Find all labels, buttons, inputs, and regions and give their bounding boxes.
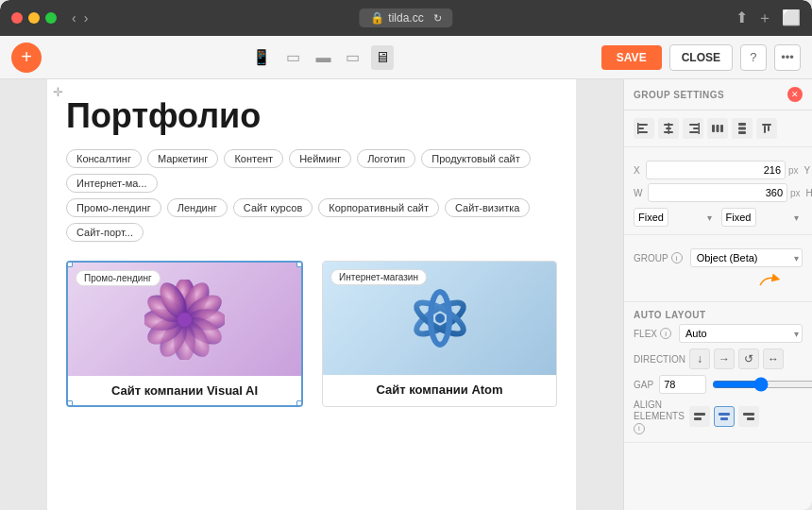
- tag-product-site[interactable]: Продуктовый сайт: [421, 149, 531, 168]
- minimize-traffic-light[interactable]: [28, 12, 40, 24]
- svg-rect-24: [668, 123, 670, 134]
- fixed-x-wrapper: Fixed Auto: [634, 208, 716, 227]
- x-unit: px: [788, 165, 799, 176]
- svg-rect-25: [689, 124, 699, 126]
- tag-courses[interactable]: Сайт курсов: [233, 198, 313, 217]
- tablet-small-icon[interactable]: ▭: [282, 44, 304, 70]
- tag-naming[interactable]: Нейминг: [289, 149, 351, 168]
- h-label: H: [806, 188, 812, 198]
- align-elements-info-icon[interactable]: i: [634, 423, 645, 434]
- group-select[interactable]: Object (Beta) Standard: [690, 248, 803, 267]
- svg-rect-30: [717, 125, 719, 132]
- align-elem-left-icon[interactable]: [689, 406, 710, 427]
- toolbar-right: SAVE CLOSE ? •••: [601, 44, 801, 71]
- tag-card[interactable]: Сайт-визитка: [445, 198, 530, 217]
- tag-marketing[interactable]: Маркетинг: [147, 149, 218, 168]
- tag-consulting[interactable]: Консалтинг: [66, 149, 142, 168]
- flex-info-icon[interactable]: i: [660, 328, 671, 339]
- device-icons: 📱 ▭ ▬ ▭ 🖥: [248, 44, 394, 70]
- svg-rect-18: [638, 128, 644, 129]
- distribute-h-icon[interactable]: [707, 118, 728, 139]
- svg-point-12: [178, 312, 192, 326]
- svg-rect-27: [689, 131, 699, 133]
- back-button[interactable]: ‹: [72, 10, 76, 26]
- svg-rect-41: [720, 417, 728, 420]
- tag-promo[interactable]: Промо-лендинг: [66, 198, 161, 217]
- svg-rect-43: [747, 417, 754, 420]
- svg-rect-29: [712, 125, 715, 132]
- close-button[interactable]: CLOSE: [669, 44, 733, 71]
- y-label: Y: [804, 165, 812, 176]
- align-section: [624, 110, 812, 147]
- titlebar-actions: ⬆ ＋ ⬜: [736, 8, 801, 28]
- more-button[interactable]: •••: [774, 44, 801, 71]
- tag-logo[interactable]: Логотип: [357, 149, 415, 168]
- align-center-icon[interactable]: [658, 118, 679, 139]
- svg-rect-20: [637, 123, 639, 134]
- w-input[interactable]: [648, 183, 787, 202]
- panel-title-text: GROUP SETTINGS: [634, 90, 724, 100]
- reload-icon: ↻: [433, 12, 442, 25]
- gap-label: GAP: [634, 380, 653, 390]
- flex-label: FLEX i: [634, 328, 671, 339]
- dir-rotate-button[interactable]: ↺: [738, 348, 759, 369]
- portfolio-item-1[interactable]: Промо-лендинг: [66, 261, 303, 407]
- panel-close-button[interactable]: ✕: [787, 87, 803, 102]
- svg-rect-19: [638, 131, 648, 133]
- align-elem-right-icon[interactable]: [738, 406, 759, 427]
- arrow-decoration: [755, 271, 784, 290]
- portfolio-item-2[interactable]: Интернет-магазин: [322, 261, 557, 407]
- share-icon[interactable]: ⬆: [736, 8, 748, 28]
- gap-input[interactable]: [659, 375, 706, 394]
- help-button[interactable]: ?: [740, 44, 767, 71]
- mobile-icon[interactable]: 📱: [248, 44, 275, 70]
- svg-rect-40: [719, 413, 730, 416]
- new-tab-icon[interactable]: ＋: [757, 8, 772, 28]
- flex-select[interactable]: Auto Fixed Fill: [679, 324, 803, 343]
- xy-row: X px Y px: [634, 161, 803, 179]
- canvas-page: ✛ Портфолио Консалтинг Маркетинг Контент…: [47, 79, 576, 510]
- align-right-icon[interactable]: [683, 118, 703, 139]
- dir-down-button[interactable]: ↓: [689, 348, 710, 369]
- add-button[interactable]: +: [11, 42, 42, 73]
- dir-right-button[interactable]: →: [714, 348, 735, 369]
- item2-badge: Интернет-магазин: [330, 269, 427, 285]
- align-top-icon[interactable]: [756, 118, 777, 139]
- fixed-x-select[interactable]: Fixed Auto: [634, 208, 668, 227]
- desktop-icon[interactable]: 🖥: [371, 45, 394, 70]
- tag-corporate[interactable]: Корпоративный сайт: [318, 198, 439, 217]
- tag-ecommerce[interactable]: Интернет-ма...: [66, 174, 158, 193]
- dir-alt-button[interactable]: ↔: [763, 348, 784, 369]
- x-label: X: [634, 165, 643, 176]
- save-button[interactable]: SAVE: [601, 45, 662, 70]
- forward-button[interactable]: ›: [84, 10, 89, 26]
- maximize-traffic-light[interactable]: [45, 12, 57, 24]
- item2-title: Сайт компании Atom: [323, 375, 556, 404]
- align-elem-center-icon[interactable]: [714, 406, 735, 427]
- fixed-y-select[interactable]: Fixed Auto: [721, 208, 756, 227]
- tags-row-2: Промо-лендинг Лендинг Сайт курсов Корпор…: [66, 198, 557, 242]
- coords-section: X px Y px W px H p: [624, 147, 812, 235]
- x-group: X px: [634, 161, 799, 179]
- tag-content[interactable]: Контент: [224, 149, 283, 168]
- windows-icon[interactable]: ⬜: [782, 8, 801, 28]
- x-input[interactable]: [646, 161, 786, 179]
- w-group: W px: [634, 183, 801, 202]
- svg-rect-28: [699, 123, 701, 134]
- close-traffic-light[interactable]: [11, 12, 23, 24]
- tag-landing[interactable]: Лендинг: [167, 198, 228, 217]
- align-icons-row: [634, 118, 803, 139]
- right-panel: GROUP SETTINGS ✕: [623, 79, 812, 510]
- tablet-icon[interactable]: ▬: [312, 45, 334, 70]
- tag-portfolio-tag[interactable]: Сайт-порт...: [66, 223, 144, 242]
- align-left-icon[interactable]: [634, 118, 654, 139]
- desktop-small-icon[interactable]: ▭: [342, 44, 364, 70]
- page-title: Портфолио: [66, 96, 557, 136]
- url-bar[interactable]: 🔒 tilda.cc ↻: [359, 8, 452, 27]
- portfolio-grid: Промо-лендинг: [66, 261, 557, 407]
- group-info-icon[interactable]: i: [671, 252, 683, 264]
- distribute-v-icon[interactable]: [732, 118, 753, 139]
- main-area: ✛ Портфолио Консалтинг Маркетинг Контент…: [0, 79, 812, 510]
- gap-slider[interactable]: [712, 377, 812, 392]
- group-section: GROUP i Object (Beta) Standard: [624, 235, 812, 302]
